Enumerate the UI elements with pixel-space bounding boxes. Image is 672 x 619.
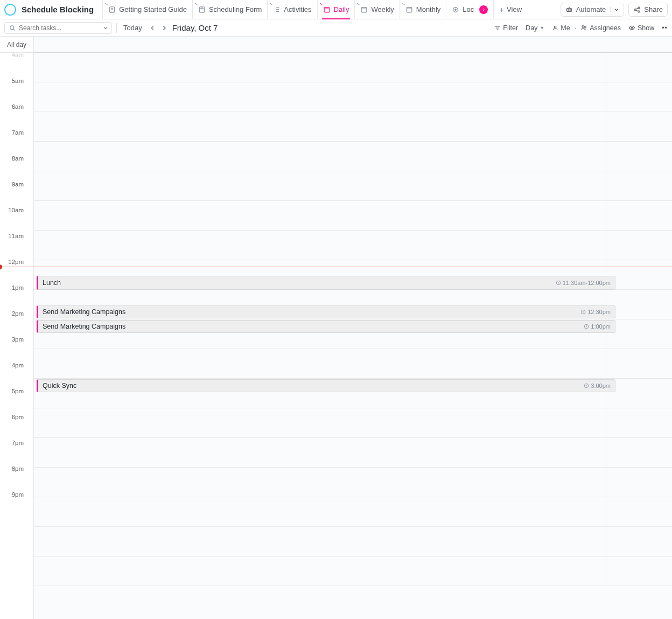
chevron-down-icon[interactable] xyxy=(103,25,108,31)
tab-activities[interactable]: ⤡ Activities xyxy=(267,0,317,19)
assignees-label: Assignees xyxy=(590,24,621,32)
svg-rect-4 xyxy=(362,7,367,12)
hour-row[interactable] xyxy=(34,438,672,468)
hour-label: 12pm xyxy=(0,259,33,288)
hour-label: 10am xyxy=(0,207,33,237)
svg-point-9 xyxy=(568,9,568,10)
tab-getting-started[interactable]: ⤡ Getting Started Guide xyxy=(102,0,192,19)
share-icon xyxy=(633,6,641,13)
calendar-event[interactable]: Send Marketing Campaigns1:00pm xyxy=(37,320,615,333)
filter-icon xyxy=(494,25,501,31)
hour-label: 8am xyxy=(0,155,33,185)
svg-rect-8 xyxy=(566,8,571,11)
list-icon xyxy=(273,6,281,13)
clock-icon xyxy=(584,383,589,388)
share-button[interactable]: Share xyxy=(628,3,668,17)
search-box[interactable] xyxy=(4,22,112,34)
tab-location[interactable]: Loc › xyxy=(446,0,493,19)
hour-row[interactable] xyxy=(34,53,672,82)
more-button[interactable]: •• xyxy=(662,24,668,32)
hour-label: 9am xyxy=(0,181,33,211)
calendar-grid[interactable]: Lunch11:30am-12:00pmSend Marketing Campa… xyxy=(34,37,672,619)
clock-icon xyxy=(556,280,561,286)
today-button[interactable]: Today xyxy=(121,23,144,33)
hour-label: 5pm xyxy=(0,388,33,418)
calendar-event[interactable]: Send Marketing Campaigns12:30pm xyxy=(37,305,615,318)
hour-row[interactable] xyxy=(34,201,672,231)
next-day-button[interactable] xyxy=(160,24,168,32)
search-input[interactable] xyxy=(19,24,100,32)
dot-separator: · xyxy=(575,24,577,32)
hour-row[interactable] xyxy=(34,527,672,557)
hour-row[interactable] xyxy=(34,468,672,497)
share-label: Share xyxy=(644,5,663,13)
calendar-body: All day 4am5am6am7am8am9am10am11am12pm1p… xyxy=(0,37,672,619)
svg-rect-2 xyxy=(201,8,203,9)
add-view-button[interactable]: + View xyxy=(493,0,527,19)
hour-row[interactable] xyxy=(34,497,672,527)
show-label: Show xyxy=(638,24,654,32)
tab-label: Daily xyxy=(334,5,349,13)
svg-point-16 xyxy=(582,26,584,28)
toolbar-right: Filter Day ▼ Me · Assignees Show •• xyxy=(494,24,668,32)
hour-row[interactable] xyxy=(34,349,672,379)
svg-point-11 xyxy=(634,9,636,10)
clock-icon xyxy=(584,324,589,329)
hour-row[interactable] xyxy=(34,171,672,201)
svg-point-7 xyxy=(455,9,457,10)
allday-label: All day xyxy=(0,37,33,53)
hour-label: 7pm xyxy=(0,440,33,469)
me-button[interactable]: Me xyxy=(552,24,570,32)
tab-label: Weekly xyxy=(371,5,394,13)
robot-icon xyxy=(565,6,573,13)
svg-point-15 xyxy=(554,26,556,28)
svg-rect-5 xyxy=(407,7,412,12)
scroll-right-icon[interactable]: › xyxy=(479,5,488,14)
allday-lane[interactable] xyxy=(34,37,672,53)
hour-label: 5am xyxy=(0,78,33,107)
svg-point-13 xyxy=(638,10,640,12)
eye-icon xyxy=(628,24,635,31)
tab-weekly[interactable]: ⤡ Weekly xyxy=(354,0,399,19)
tab-label: Loc xyxy=(463,5,474,13)
header-row: Schedule Blocking ⤡ Getting Started Guid… xyxy=(0,0,672,19)
automate-label: Automate xyxy=(576,5,606,13)
tab-daily[interactable]: ⤡ Daily xyxy=(317,0,355,19)
workspace-title: Schedule Blocking xyxy=(22,5,94,14)
event-time: 1:00pm xyxy=(584,323,611,330)
tab-scheduling-form[interactable]: ⤡ Scheduling Form xyxy=(192,0,267,19)
hour-label: 4am xyxy=(0,52,33,81)
hour-row[interactable] xyxy=(34,82,672,112)
assignees-button[interactable]: Assignees xyxy=(580,24,621,32)
users-icon xyxy=(580,24,587,31)
day-dropdown[interactable]: Day ▼ xyxy=(526,24,544,32)
calendar-event[interactable]: Lunch11:30am-12:00pm xyxy=(37,276,615,290)
svg-point-12 xyxy=(638,6,640,8)
workspace-logo-icon xyxy=(4,4,16,16)
hour-label: 9pm xyxy=(0,491,33,521)
expand-corner-icon: ⤡ xyxy=(402,2,405,6)
svg-point-14 xyxy=(10,25,14,29)
hour-row[interactable] xyxy=(34,231,672,260)
filter-button[interactable]: Filter xyxy=(494,24,518,32)
event-title: Lunch xyxy=(43,279,556,287)
time-gutter: All day 4am5am6am7am8am9am10am11am12pm1p… xyxy=(0,37,34,619)
hour-row[interactable] xyxy=(34,142,672,171)
clock-icon xyxy=(580,309,586,315)
chevron-down-icon[interactable] xyxy=(610,7,619,12)
hour-label: 4pm xyxy=(0,362,33,392)
automate-button[interactable]: Automate xyxy=(561,3,625,17)
hour-label: 1pm xyxy=(0,284,33,314)
hour-row[interactable] xyxy=(34,557,672,586)
hour-row[interactable] xyxy=(34,112,672,142)
hour-label: 11am xyxy=(0,233,33,262)
prev-day-button[interactable] xyxy=(149,24,156,32)
tab-monthly[interactable]: ⤡ Monthly xyxy=(400,0,446,19)
filter-label: Filter xyxy=(503,24,518,32)
calendar-event[interactable]: Quick Sync3:00pm xyxy=(37,379,615,392)
show-button[interactable]: Show xyxy=(628,24,654,32)
event-title: Send Marketing Campaigns xyxy=(43,323,584,330)
svg-rect-3 xyxy=(324,7,330,12)
hour-row[interactable] xyxy=(34,408,672,438)
event-title: Send Marketing Campaigns xyxy=(43,308,580,316)
